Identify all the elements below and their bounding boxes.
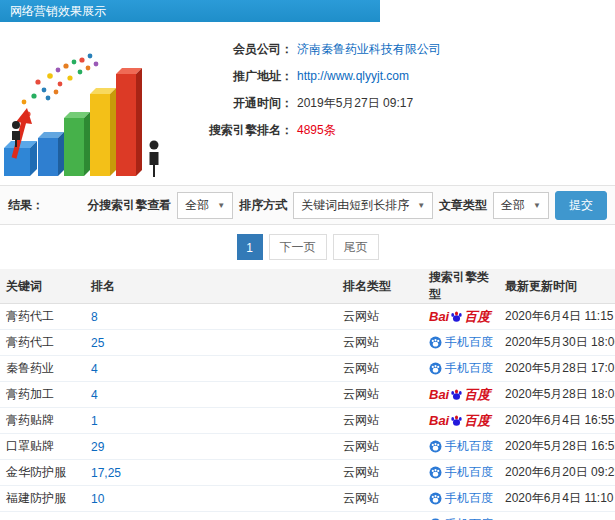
- sort-filter-value: 关键词由短到长排序: [301, 197, 409, 214]
- info-field-value: 4895条: [297, 121, 336, 139]
- table-row: 手机百度: [0, 512, 615, 520]
- pagination-current-page[interactable]: 1: [237, 234, 263, 260]
- rank-cell: [85, 512, 337, 520]
- engine-cell: Bai百度: [423, 408, 499, 434]
- column-header: 排名: [85, 269, 337, 304]
- engine-filter-select[interactable]: 全部 ▼: [177, 192, 233, 219]
- sort-filter-select[interactable]: 关键词由短到长排序 ▼: [293, 192, 433, 219]
- mobile-baidu-icon: [429, 492, 442, 505]
- table-row: 口罩贴牌29云网站手机百度2020年5月28日 16:55: [0, 434, 615, 460]
- mobile-baidu-logo: 手机百度: [429, 334, 493, 351]
- info-field-value: 2019年5月27日 09:17: [297, 94, 413, 112]
- rank-type-cell: 云网站: [337, 304, 423, 330]
- engine-cell: 手机百度: [423, 486, 499, 512]
- page-title: 网络营销效果展示: [10, 4, 106, 18]
- mobile-baidu-label: 手机百度: [445, 360, 493, 377]
- mobile-baidu-label: 手机百度: [445, 490, 493, 507]
- mobile-baidu-icon: [429, 440, 442, 453]
- rank-type-cell: 云网站: [337, 434, 423, 460]
- keyword-cell: [0, 512, 85, 520]
- engine-cell: 手机百度: [423, 460, 499, 486]
- pagination-last-button[interactable]: 尾页: [333, 234, 379, 260]
- mobile-baidu-icon: [429, 362, 442, 375]
- rank-cell: 4: [85, 356, 337, 382]
- rank-link[interactable]: 4: [91, 362, 98, 376]
- mobile-baidu-label: 手机百度: [445, 464, 493, 481]
- updated-cell: 2020年6月4日 11:10: [499, 486, 615, 512]
- info-field-value[interactable]: http://www.qlyyjt.com: [297, 67, 409, 85]
- chevron-down-icon: ▼: [217, 201, 225, 210]
- column-header: 关键词: [0, 269, 85, 304]
- rankings-table: 关键词排名排名类型搜索引擎类型最新更新时间 膏药代工8云网站Bai百度2020年…: [0, 269, 615, 520]
- table-body: 膏药代工8云网站Bai百度2020年6月4日 11:15膏药代工25云网站手机百…: [0, 304, 615, 520]
- info-field-label: 开通时间：: [185, 94, 293, 112]
- rank-type-cell: 云网站: [337, 408, 423, 434]
- mobile-baidu-logo: 手机百度: [429, 464, 493, 481]
- marketing-clipart-image: [0, 26, 185, 184]
- article-type-label: 文章类型: [439, 197, 487, 214]
- updated-cell: 2020年5月28日 18:03: [499, 382, 615, 408]
- keyword-cell: 膏药贴牌: [0, 408, 85, 434]
- rank-cell: 4: [85, 382, 337, 408]
- window-titlebar: 网络营销效果展示: [0, 0, 380, 22]
- rank-link[interactable]: 10: [91, 492, 104, 506]
- info-field-label: 会员公司：: [185, 40, 293, 58]
- rank-link[interactable]: 1: [91, 414, 98, 428]
- engine-cell: Bai百度: [423, 304, 499, 330]
- table-row: 膏药贴牌1云网站Bai百度2020年6月4日 16:55: [0, 408, 615, 434]
- rank-cell: 25: [85, 330, 337, 356]
- rank-link[interactable]: 4: [91, 388, 98, 402]
- marketing-clipart: [0, 26, 185, 184]
- column-header: 排名类型: [337, 269, 423, 304]
- table-header-row: 关键词排名排名类型搜索引擎类型最新更新时间: [0, 269, 615, 304]
- article-type-select[interactable]: 全部 ▼: [493, 192, 549, 219]
- rank-type-cell: 云网站: [337, 460, 423, 486]
- rank-type-cell: 云网站: [337, 330, 423, 356]
- updated-cell: [499, 512, 615, 520]
- rank-link[interactable]: 25: [91, 336, 104, 350]
- keyword-cell: 口罩贴牌: [0, 434, 85, 460]
- pagination-next-button[interactable]: 下一页: [269, 234, 327, 260]
- rank-type-cell: 云网站: [337, 356, 423, 382]
- keyword-cell: 膏药加工: [0, 382, 85, 408]
- engine-cell: 手机百度: [423, 356, 499, 382]
- sort-filter-label: 排序方式: [239, 197, 287, 214]
- rank-link[interactable]: 17,25: [91, 466, 121, 480]
- keyword-cell: 膏药代工: [0, 304, 85, 330]
- rank-link[interactable]: 8: [91, 310, 98, 324]
- submit-button[interactable]: 提交: [555, 191, 607, 220]
- rank-cell: 1: [85, 408, 337, 434]
- table-row: 膏药代工8云网站Bai百度2020年6月4日 11:15: [0, 304, 615, 330]
- rank-cell: 17,25: [85, 460, 337, 486]
- rank-type-cell: 云网站: [337, 382, 423, 408]
- pagination: 1 下一页 尾页: [0, 225, 615, 269]
- keyword-cell: 秦鲁药业: [0, 356, 85, 382]
- engine-filter-value: 全部: [185, 197, 209, 214]
- rank-link[interactable]: 29: [91, 440, 104, 454]
- mobile-baidu-logo: 手机百度: [429, 490, 493, 507]
- baidu-paw-icon: [450, 414, 463, 427]
- engine-cell: Bai百度: [423, 382, 499, 408]
- rank-cell: 10: [85, 486, 337, 512]
- info-field: 开通时间：2019年5月27日 09:17: [185, 94, 615, 112]
- rank-type-cell: 云网站: [337, 486, 423, 512]
- info-field-label: 推广地址：: [185, 67, 293, 85]
- table-row: 秦鲁药业4云网站手机百度2020年5月28日 17:02: [0, 356, 615, 382]
- updated-cell: 2020年6月20日 09:25: [499, 460, 615, 486]
- info-field-value[interactable]: 济南秦鲁药业科技有限公司: [297, 40, 441, 58]
- mobile-baidu-logo: 手机百度: [429, 516, 493, 520]
- info-field: 会员公司：济南秦鲁药业科技有限公司: [185, 40, 615, 58]
- engine-cell: 手机百度: [423, 434, 499, 460]
- table-row: 膏药代工25云网站手机百度2020年5月30日 18:06: [0, 330, 615, 356]
- rank-cell: 29: [85, 434, 337, 460]
- table-row: 膏药加工4云网站Bai百度2020年5月28日 18:03: [0, 382, 615, 408]
- mobile-baidu-logo: 手机百度: [429, 438, 493, 455]
- keyword-cell: 金华防护服: [0, 460, 85, 486]
- mobile-baidu-label: 手机百度: [445, 438, 493, 455]
- column-header: 最新更新时间: [499, 269, 615, 304]
- chevron-down-icon: ▼: [533, 201, 541, 210]
- engine-filter-label: 分搜索引擎查看: [87, 197, 171, 214]
- updated-cell: 2020年6月4日 16:55: [499, 408, 615, 434]
- keyword-cell: 膏药代工: [0, 330, 85, 356]
- filter-controls: 分搜索引擎查看 全部 ▼ 排序方式 关键词由短到长排序 ▼ 文章类型 全部 ▼ …: [87, 191, 607, 220]
